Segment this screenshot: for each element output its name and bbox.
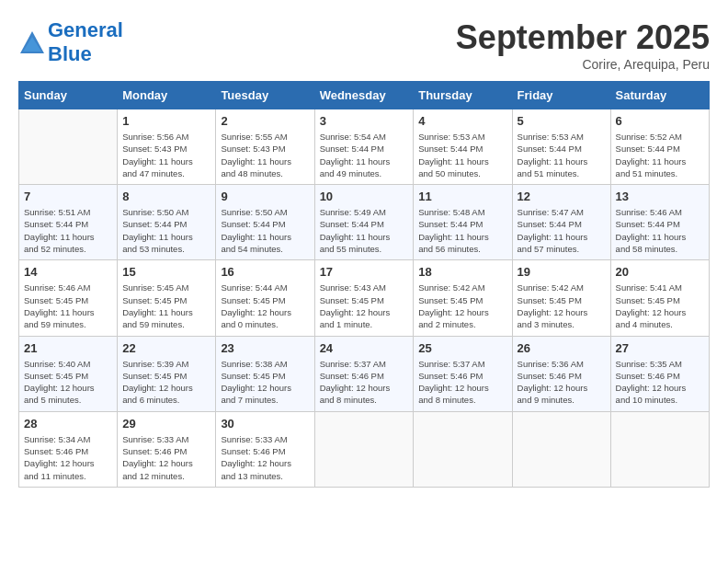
day-number: 24 — [320, 341, 409, 355]
day-info: Sunrise: 5:49 AM Sunset: 5:44 PM Dayligh… — [320, 206, 409, 255]
day-info: Sunrise: 5:46 AM Sunset: 5:45 PM Dayligh… — [24, 282, 112, 330]
calendar-cell: 27Sunrise: 5:35 AM Sunset: 5:46 PM Dayli… — [610, 336, 709, 411]
calendar-cell: 25Sunrise: 5:37 AM Sunset: 5:46 PM Dayli… — [414, 336, 512, 411]
day-info: Sunrise: 5:37 AM Sunset: 5:46 PM Dayligh… — [320, 358, 409, 407]
logo: General Blue — [18, 18, 123, 67]
day-info: Sunrise: 5:39 AM Sunset: 5:45 PM Dayligh… — [122, 358, 210, 407]
day-number: 26 — [518, 341, 606, 355]
calendar-cell: 13Sunrise: 5:46 AM Sunset: 5:44 PM Dayli… — [610, 185, 709, 260]
day-number: 17 — [320, 265, 409, 279]
day-info: Sunrise: 5:35 AM Sunset: 5:46 PM Dayligh… — [616, 358, 704, 407]
day-number: 4 — [418, 114, 506, 128]
day-info: Sunrise: 5:33 AM Sunset: 5:46 PM Dayligh… — [221, 433, 309, 482]
calendar-week-row: 7Sunrise: 5:51 AM Sunset: 5:44 PM Daylig… — [19, 185, 710, 260]
calendar-cell: 28Sunrise: 5:34 AM Sunset: 5:46 PM Dayli… — [19, 411, 118, 487]
title-block: September 2025 Corire, Arequipa, Peru — [456, 18, 710, 72]
calendar-cell — [610, 411, 709, 487]
weekday-header-row: SundayMondayTuesdayWednesdayThursdayFrid… — [19, 82, 710, 109]
calendar-cell: 30Sunrise: 5:33 AM Sunset: 5:46 PM Dayli… — [216, 411, 314, 487]
calendar-cell — [19, 109, 118, 185]
day-info: Sunrise: 5:53 AM Sunset: 5:44 PM Dayligh… — [518, 131, 606, 179]
calendar-cell: 17Sunrise: 5:43 AM Sunset: 5:45 PM Dayli… — [314, 260, 414, 336]
day-number: 14 — [24, 265, 112, 279]
day-info: Sunrise: 5:54 AM Sunset: 5:44 PM Dayligh… — [320, 131, 409, 179]
day-info: Sunrise: 5:42 AM Sunset: 5:45 PM Dayligh… — [518, 282, 606, 330]
calendar-cell: 3Sunrise: 5:54 AM Sunset: 5:44 PM Daylig… — [314, 109, 414, 185]
day-info: Sunrise: 5:34 AM Sunset: 5:46 PM Dayligh… — [24, 433, 112, 482]
calendar-cell: 2Sunrise: 5:55 AM Sunset: 5:43 PM Daylig… — [216, 109, 314, 185]
day-number: 3 — [320, 114, 409, 128]
day-info: Sunrise: 5:45 AM Sunset: 5:45 PM Dayligh… — [122, 282, 210, 330]
calendar-cell: 5Sunrise: 5:53 AM Sunset: 5:44 PM Daylig… — [512, 109, 610, 185]
day-number: 9 — [221, 190, 309, 203]
day-info: Sunrise: 5:38 AM Sunset: 5:45 PM Dayligh… — [221, 358, 309, 407]
day-number: 19 — [518, 265, 606, 279]
month-title: September 2025 — [456, 18, 710, 57]
calendar-table: SundayMondayTuesdayWednesdayThursdayFrid… — [18, 81, 710, 488]
calendar-cell: 1Sunrise: 5:56 AM Sunset: 5:43 PM Daylig… — [118, 109, 216, 185]
day-info: Sunrise: 5:51 AM Sunset: 5:44 PM Dayligh… — [24, 206, 112, 255]
calendar-cell: 18Sunrise: 5:42 AM Sunset: 5:45 PM Dayli… — [414, 260, 512, 336]
day-info: Sunrise: 5:44 AM Sunset: 5:45 PM Dayligh… — [221, 282, 309, 330]
day-info: Sunrise: 5:47 AM Sunset: 5:44 PM Dayligh… — [518, 206, 606, 255]
calendar-cell: 24Sunrise: 5:37 AM Sunset: 5:46 PM Dayli… — [314, 336, 414, 411]
day-number: 25 — [418, 341, 506, 355]
day-number: 29 — [122, 417, 210, 431]
day-info: Sunrise: 5:42 AM Sunset: 5:45 PM Dayligh… — [418, 282, 506, 330]
calendar-cell: 10Sunrise: 5:49 AM Sunset: 5:44 PM Dayli… — [314, 185, 414, 260]
day-number: 2 — [221, 114, 309, 128]
weekday-header: Sunday — [19, 82, 118, 109]
day-number: 8 — [122, 190, 210, 203]
weekday-header: Tuesday — [216, 82, 314, 109]
day-number: 12 — [518, 190, 606, 203]
calendar-week-row: 1Sunrise: 5:56 AM Sunset: 5:43 PM Daylig… — [19, 109, 710, 185]
day-info: Sunrise: 5:36 AM Sunset: 5:46 PM Dayligh… — [518, 358, 606, 407]
logo-general: General — [48, 18, 123, 41]
calendar-cell: 16Sunrise: 5:44 AM Sunset: 5:45 PM Dayli… — [216, 260, 314, 336]
day-number: 10 — [320, 190, 409, 203]
day-number: 27 — [616, 341, 704, 355]
day-number: 23 — [221, 341, 309, 355]
calendar-week-row: 28Sunrise: 5:34 AM Sunset: 5:46 PM Dayli… — [19, 411, 710, 487]
calendar-week-row: 21Sunrise: 5:40 AM Sunset: 5:45 PM Dayli… — [19, 336, 710, 411]
calendar-cell: 26Sunrise: 5:36 AM Sunset: 5:46 PM Dayli… — [512, 336, 610, 411]
day-number: 7 — [24, 190, 112, 203]
day-number: 13 — [616, 190, 704, 203]
day-info: Sunrise: 5:33 AM Sunset: 5:46 PM Dayligh… — [122, 433, 210, 482]
logo-blue: Blue — [48, 42, 92, 65]
calendar-cell — [414, 411, 512, 487]
day-info: Sunrise: 5:46 AM Sunset: 5:44 PM Dayligh… — [616, 206, 704, 255]
day-info: Sunrise: 5:53 AM Sunset: 5:44 PM Dayligh… — [418, 131, 506, 179]
day-number: 11 — [418, 190, 506, 203]
calendar-cell: 15Sunrise: 5:45 AM Sunset: 5:45 PM Dayli… — [118, 260, 216, 336]
day-info: Sunrise: 5:55 AM Sunset: 5:43 PM Dayligh… — [221, 131, 309, 179]
calendar-cell: 12Sunrise: 5:47 AM Sunset: 5:44 PM Dayli… — [512, 185, 610, 260]
day-info: Sunrise: 5:43 AM Sunset: 5:45 PM Dayligh… — [320, 282, 409, 330]
weekday-header: Wednesday — [314, 82, 414, 109]
logo-icon — [18, 29, 46, 55]
day-info: Sunrise: 5:40 AM Sunset: 5:45 PM Dayligh… — [24, 358, 112, 407]
location-subtitle: Corire, Arequipa, Peru — [456, 57, 710, 72]
calendar-cell: 4Sunrise: 5:53 AM Sunset: 5:44 PM Daylig… — [414, 109, 512, 185]
day-number: 18 — [418, 265, 506, 279]
day-info: Sunrise: 5:50 AM Sunset: 5:44 PM Dayligh… — [221, 206, 309, 255]
day-number: 6 — [616, 114, 704, 128]
calendar-cell: 14Sunrise: 5:46 AM Sunset: 5:45 PM Dayli… — [19, 260, 118, 336]
day-info: Sunrise: 5:50 AM Sunset: 5:44 PM Dayligh… — [122, 206, 210, 255]
weekday-header: Monday — [118, 82, 216, 109]
calendar-cell: 22Sunrise: 5:39 AM Sunset: 5:45 PM Dayli… — [118, 336, 216, 411]
weekday-header: Thursday — [414, 82, 512, 109]
calendar-cell: 11Sunrise: 5:48 AM Sunset: 5:44 PM Dayli… — [414, 185, 512, 260]
day-number: 30 — [221, 417, 309, 431]
calendar-cell: 8Sunrise: 5:50 AM Sunset: 5:44 PM Daylig… — [118, 185, 216, 260]
day-number: 22 — [122, 341, 210, 355]
day-number: 20 — [616, 265, 704, 279]
calendar-cell — [512, 411, 610, 487]
day-info: Sunrise: 5:52 AM Sunset: 5:44 PM Dayligh… — [616, 131, 704, 179]
calendar-cell: 7Sunrise: 5:51 AM Sunset: 5:44 PM Daylig… — [19, 185, 118, 260]
weekday-header: Saturday — [610, 82, 709, 109]
day-number: 15 — [122, 265, 210, 279]
day-number: 5 — [518, 114, 606, 128]
calendar-week-row: 14Sunrise: 5:46 AM Sunset: 5:45 PM Dayli… — [19, 260, 710, 336]
day-number: 28 — [24, 417, 112, 431]
